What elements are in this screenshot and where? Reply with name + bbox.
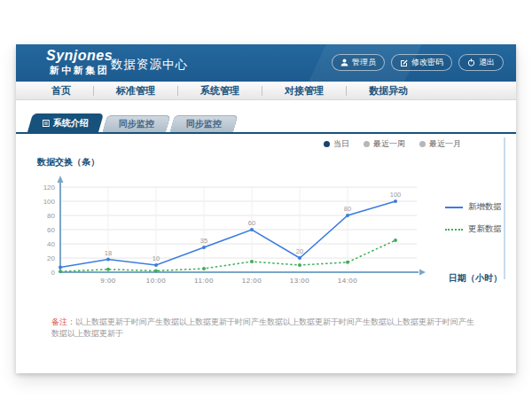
nav-item-standard-mgmt[interactable]: 标准管理 (107, 84, 164, 98)
edit-icon (400, 59, 408, 66)
logout-label: 退出 (479, 57, 495, 68)
header-controls: 管理员 修改密码 退出 (332, 54, 504, 71)
svg-text:12:00: 12:00 (242, 277, 262, 285)
tab-label: 系统介绍 (53, 117, 89, 129)
footnote: 备注：以上数据更新于时间产生数据以上数据更新于时间产生数据以上数据更新于时间产生… (51, 317, 481, 340)
filter-label: 最近一月 (429, 138, 461, 150)
filter-label: 最近一周 (373, 138, 405, 150)
svg-text:10: 10 (153, 254, 160, 262)
nav-divider (93, 86, 94, 96)
logout-button[interactable]: 退出 (458, 54, 504, 71)
legend-swatch-new (445, 207, 463, 208)
tab-sync-monitor-2[interactable]: 同步监控 (169, 115, 238, 132)
y-axis-title: 数据交换（条） (37, 156, 99, 168)
svg-text:80: 80 (344, 205, 351, 213)
tab-bar: 系统介绍 同步监控 同步监控 (30, 113, 516, 132)
series-legend: 新增数据 更新数据 (445, 201, 502, 235)
nav-item-interface-mgmt[interactable]: 对接管理 (276, 84, 332, 98)
svg-text:20: 20 (47, 254, 55, 262)
admin-user-button[interactable]: 管理员 (332, 54, 385, 71)
main-nav: 首页 标准管理 系统管理 对接管理 数据异动 (16, 82, 516, 100)
filter-today[interactable]: 当日 (324, 138, 349, 150)
legend-label: 新增数据 (468, 201, 502, 213)
brand-logo-subtext: 新中新集团 (46, 63, 113, 77)
tab-sync-monitor-1[interactable]: 同步监控 (102, 115, 170, 132)
svg-text:40: 40 (47, 240, 55, 248)
filter-last-month[interactable]: 最近一月 (419, 138, 461, 150)
change-password-label: 修改密码 (411, 57, 443, 68)
svg-text:13:00: 13:00 (290, 277, 310, 285)
tab-system-intro[interactable]: 系统介绍 (27, 113, 104, 132)
svg-text:120: 120 (43, 184, 56, 192)
svg-text:80: 80 (47, 212, 55, 220)
power-icon (467, 59, 475, 66)
svg-text:14:00: 14:00 (338, 277, 358, 285)
legend-swatch-update (445, 229, 463, 231)
radio-selected-icon (324, 141, 330, 147)
legend-label: 更新数据 (468, 223, 502, 235)
document-icon (43, 120, 50, 127)
svg-text:60: 60 (248, 219, 255, 227)
tab-label: 同步监控 (186, 118, 222, 130)
nav-item-data-change[interactable]: 数据异动 (360, 84, 417, 98)
svg-text:18: 18 (105, 249, 112, 257)
svg-text:11:00: 11:00 (194, 277, 214, 285)
svg-text:100: 100 (390, 191, 402, 199)
svg-text:9:00: 9:00 (100, 277, 116, 285)
svg-text:10:00: 10:00 (146, 277, 167, 285)
footnote-label: 备注： (51, 317, 75, 326)
header: Synjones 新中新集团 数据资源中心 管理员 修改密码 (16, 44, 516, 82)
nav-divider (177, 86, 178, 96)
legend-item-update-data: 更新数据 (445, 223, 502, 235)
brand-logo: Synjones 新中新集团 (46, 49, 113, 77)
chart-panel: 当日 最近一周 最近一月 数据交换（条） 0204060801001209:00… (16, 134, 516, 308)
period-filter-group: 当日 最近一周 最近一月 (324, 138, 461, 150)
filter-last-week[interactable]: 最近一周 (364, 138, 405, 150)
user-icon (340, 59, 348, 66)
app-window: Synjones 新中新集团 数据资源中心 管理员 修改密码 (16, 44, 516, 373)
svg-text:35: 35 (200, 237, 207, 245)
nav-item-home[interactable]: 首页 (43, 84, 80, 98)
panel-edge-line (504, 137, 505, 279)
nav-divider (346, 86, 347, 96)
radio-unselected-icon (364, 141, 370, 147)
page-title: 数据资源中心 (111, 57, 188, 73)
svg-text:0: 0 (51, 269, 56, 277)
nav-item-system-mgmt[interactable]: 系统管理 (192, 84, 248, 98)
brand-logo-text: Synjones (46, 49, 113, 63)
change-password-button[interactable]: 修改密码 (391, 54, 452, 71)
svg-text:20: 20 (296, 247, 303, 255)
footnote-text: 以上数据更新于时间产生数据以上数据更新于时间产生数据以上数据更新于时间产生数据以… (51, 317, 474, 338)
filter-label: 当日 (333, 138, 349, 150)
tab-label: 同步监控 (119, 118, 154, 130)
x-axis-title: 日期（小时） (449, 272, 502, 285)
svg-text:100: 100 (43, 198, 56, 206)
admin-user-label: 管理员 (352, 57, 376, 68)
legend-item-new-data: 新增数据 (445, 201, 502, 213)
line-chart: 0204060801001209:0010:0011:0012:0013:001… (25, 168, 433, 301)
radio-unselected-icon (419, 141, 426, 147)
nav-divider (262, 86, 262, 96)
svg-text:60: 60 (47, 226, 55, 234)
